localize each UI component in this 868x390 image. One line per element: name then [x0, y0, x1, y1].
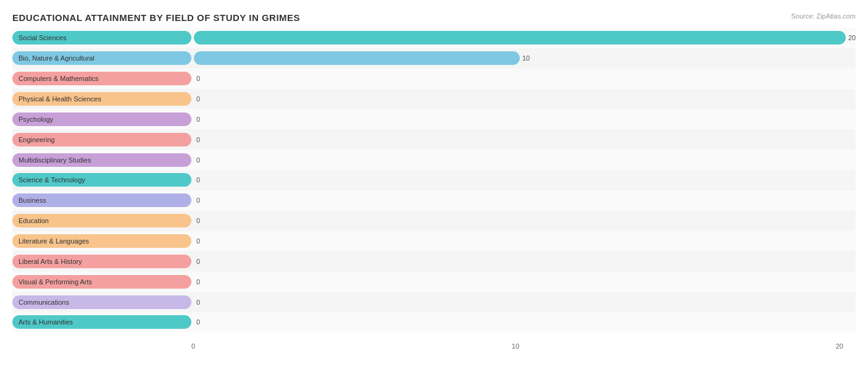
bar-label-pill: Business [12, 193, 191, 207]
bar-label-pill: Education [12, 214, 191, 227]
bar-label-pill: Engineering [12, 133, 191, 146]
bar-row: Literature & Languages0 [12, 231, 856, 252]
bar-row: Education0 [12, 211, 856, 231]
bar-value: 0 [196, 75, 200, 82]
bar-row: Psychology0 [12, 109, 856, 129]
bar-chart: Social Sciences20Bio, Nature & Agricultu… [12, 28, 856, 333]
bar-value: 0 [196, 237, 200, 245]
bar-label-pill: Physical & Health Sciences [12, 92, 191, 106]
bar-row: Business0 [12, 190, 856, 211]
bar-label-pill: Science & Technology [12, 173, 191, 187]
bar-row: Communications0 [12, 292, 856, 312]
bar-row: Arts & Humanities0 [12, 312, 856, 333]
bar-row: Visual & Performing Arts0 [12, 271, 856, 292]
bar-row: Social Sciences20 [12, 28, 856, 48]
bar-label-pill: Arts & Humanities [12, 315, 191, 329]
bar-value: 20 [848, 34, 856, 41]
bar-row: Liberal Arts & History0 [12, 251, 856, 271]
bar-value: 0 [196, 217, 200, 224]
bar-label-pill: Multidisciplinary Studies [12, 153, 191, 167]
x-axis-label: 10 [512, 342, 519, 350]
bar-value: 0 [196, 176, 200, 184]
bar-label-pill: Communications [12, 295, 191, 309]
bar-value: 0 [196, 318, 200, 326]
bar-value: 0 [196, 136, 200, 143]
x-axis: 01020 [191, 342, 843, 350]
chart-title: EDUCATIONAL ATTAINMENT BY FIELD OF STUDY… [12, 12, 856, 23]
bar-label-pill: Social Sciences [12, 31, 191, 45]
bar-value: 10 [522, 54, 530, 62]
bar-value: 0 [196, 197, 200, 204]
bar-label-pill: Psychology [12, 112, 191, 126]
source-label: Source: ZipAtlas.com [791, 12, 856, 20]
bar-value: 0 [196, 116, 200, 123]
bar-fill [194, 51, 520, 65]
bar-row: Computers & Mathematics0 [12, 69, 856, 89]
x-axis-label: 0 [191, 342, 195, 350]
bar-row: Science & Technology0 [12, 170, 856, 190]
x-axis-label: 20 [836, 342, 843, 350]
bar-row: Bio, Nature & Agricultural10 [12, 48, 856, 69]
bar-row: Physical & Health Sciences0 [12, 89, 856, 109]
chart-area: Social Sciences20Bio, Nature & Agricultu… [12, 28, 856, 350]
chart-container: EDUCATIONAL ATTAINMENT BY FIELD OF STUDY… [0, 0, 868, 390]
bar-label-pill: Bio, Nature & Agricultural [12, 51, 191, 65]
bar-value: 0 [196, 95, 200, 103]
bar-value: 0 [196, 299, 200, 306]
bar-row: Engineering0 [12, 129, 856, 150]
bar-value: 0 [196, 258, 200, 265]
bar-value: 0 [196, 278, 200, 286]
bar-row: Multidisciplinary Studies0 [12, 150, 856, 170]
bar-label-pill: Literature & Languages [12, 234, 191, 248]
bar-label-pill: Liberal Arts & History [12, 255, 191, 268]
bar-label-pill: Computers & Mathematics [12, 72, 191, 85]
bar-value: 0 [196, 156, 200, 164]
bar-fill [194, 31, 846, 45]
bar-label-pill: Visual & Performing Arts [12, 275, 191, 289]
